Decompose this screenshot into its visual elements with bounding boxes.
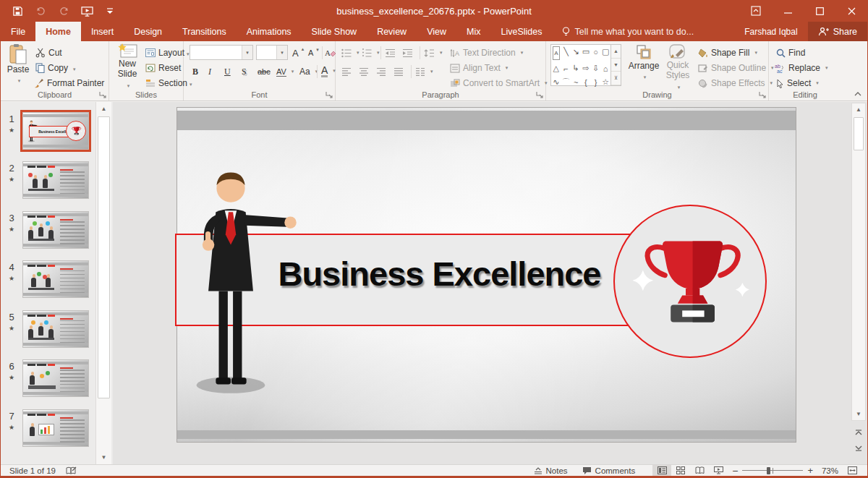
align-text-button[interactable]: Align Text (450, 61, 508, 75)
paragraph-dialog-launcher[interactable] (536, 91, 543, 98)
tell-me-box[interactable]: Tell me what you want to do... (562, 22, 694, 41)
bullets-button[interactable] (341, 46, 359, 60)
maximize-button[interactable] (804, 0, 835, 22)
grow-font-button[interactable]: A▴ (292, 46, 304, 60)
shape-fill-button[interactable]: Shape Fill (698, 46, 757, 60)
account-name[interactable]: Farshad Iqbal (734, 22, 807, 41)
tab-mix[interactable]: Mix (456, 22, 490, 41)
align-left-button[interactable] (341, 64, 352, 79)
shape-triangle[interactable]: △ (551, 61, 561, 75)
shape-line[interactable]: ╲ (561, 45, 571, 59)
slide-thumbnail-7[interactable] (22, 409, 89, 447)
trophy-circle-shape[interactable] (613, 205, 767, 358)
slide-thumbnail-4[interactable] (22, 260, 89, 298)
fit-slide-to-window-button[interactable] (843, 465, 861, 477)
font-dialog-launcher[interactable] (326, 91, 333, 98)
numbering-button[interactable] (362, 46, 380, 60)
justify-button[interactable] (393, 64, 404, 79)
slide-show-view-button[interactable] (709, 465, 728, 477)
layout-button[interactable]: Layout (145, 46, 190, 60)
spell-check-icon[interactable] (66, 466, 77, 475)
slide-1-editor[interactable]: Business Excellence (176, 107, 796, 443)
thumbnail-scroll-up[interactable]: ▲ (97, 103, 111, 115)
animation-star-icon[interactable]: ★ (9, 176, 14, 183)
previous-slide-button[interactable] (852, 426, 865, 438)
shape-elbow-arrow[interactable]: ↳ (571, 61, 581, 75)
shape-down-arrow[interactable]: ⇩ (591, 61, 601, 75)
save-icon[interactable] (11, 4, 24, 17)
tab-view[interactable]: View (417, 22, 456, 41)
scroll-down-button[interactable]: ▼ (853, 408, 864, 420)
bold-button[interactable]: B (192, 64, 198, 79)
text-shadow-button[interactable]: S (242, 64, 247, 79)
comments-toggle[interactable]: Comments (575, 465, 643, 477)
underline-button[interactable]: U (224, 64, 231, 79)
tab-file[interactable]: File (1, 22, 35, 41)
increase-indent-button[interactable] (402, 46, 413, 60)
change-case-button[interactable]: Aa (299, 64, 318, 79)
slide-title-text[interactable]: Business Excellence (250, 254, 629, 294)
shapes-gallery-scroll[interactable]: ▲ ▼ ⊻ (611, 44, 621, 86)
ribbon-display-options-icon[interactable] (740, 0, 772, 22)
arrange-button[interactable]: Arrange (627, 43, 660, 81)
replace-button[interactable]: abac Replace (775, 61, 828, 75)
thumbnail-scroll-down[interactable]: ▼ (97, 451, 111, 464)
slide-thumbnail-3[interactable] (22, 211, 89, 249)
strikethrough-button[interactable]: abc (258, 64, 271, 79)
start-slideshow-icon[interactable] (80, 4, 93, 17)
shapes-scroll-up[interactable]: ▲ (611, 45, 621, 59)
shape-right-arrow[interactable]: ⇨ (581, 61, 591, 75)
slide-thumbnail-5[interactable] (22, 310, 89, 348)
tab-design[interactable]: Design (124, 22, 172, 41)
scrollbar-thumb[interactable] (854, 117, 864, 150)
minimize-button[interactable] (772, 0, 804, 22)
shapes-gallery[interactable]: A ╲ ↘ ▭ ○ ▢ △ ⌐ ↳ ⇨ ⇩ ⌂ ∿ ⌒ ~ { } ☆ (550, 44, 611, 86)
italic-button[interactable]: I (208, 64, 211, 79)
zoom-slider[interactable] (742, 465, 803, 477)
scroll-up-button[interactable]: ▲ (853, 103, 864, 116)
convert-smartart-button[interactable]: Convert to SmartArt (450, 76, 548, 90)
vertical-scrollbar[interactable]: ▲ ▼ (851, 103, 866, 421)
tab-animations[interactable]: Animations (237, 22, 302, 41)
slide-sorter-view-button[interactable] (671, 465, 690, 477)
shape-effects-button[interactable]: Shape Effects (698, 76, 773, 90)
slide-thumbnail-1[interactable]: Business Excellence (22, 112, 89, 150)
reset-button[interactable]: Reset (145, 61, 181, 75)
animation-star-icon[interactable]: ★ (9, 325, 14, 332)
collapse-ribbon-button[interactable] (854, 91, 861, 96)
new-slide-button[interactable]: New Slide (112, 43, 142, 90)
slide-counter[interactable]: Slide 1 of 19 (9, 466, 56, 475)
shape-star[interactable]: ☆ (600, 75, 610, 89)
animation-star-icon[interactable]: ★ (9, 424, 14, 431)
undo-icon[interactable] (34, 4, 47, 17)
shrink-font-button[interactable]: A▾ (308, 46, 319, 60)
character-spacing-button[interactable]: AV (276, 64, 294, 79)
tab-transitions[interactable]: Transitions (172, 22, 237, 41)
copy-button[interactable]: Copy (35, 61, 76, 75)
normal-view-button[interactable] (652, 465, 671, 477)
font-name-combo[interactable]: ▾ (190, 45, 253, 60)
thumbnail-scrollbar-thumb[interactable] (98, 116, 110, 398)
paste-button[interactable]: Paste (5, 43, 31, 85)
shape-scribble[interactable]: ∿ (551, 75, 561, 89)
shape-arrow[interactable]: ↘ (571, 45, 581, 59)
notes-toggle[interactable]: Notes (527, 465, 575, 477)
slide-thumbnail-6[interactable] (22, 359, 89, 397)
zoom-out-button[interactable]: − (728, 465, 742, 477)
font-color-button[interactable]: A (321, 64, 336, 78)
align-right-button[interactable] (376, 64, 386, 79)
close-button[interactable] (835, 0, 867, 22)
animation-star-icon[interactable]: ★ (9, 374, 14, 381)
shape-left-brace[interactable]: { (581, 75, 591, 89)
tab-home[interactable]: Home (35, 22, 81, 41)
shapes-gallery-more[interactable]: ⊻ (611, 72, 621, 85)
tab-review[interactable]: Review (367, 22, 417, 41)
tab-liveslides[interactable]: LiveSlides (490, 22, 552, 41)
align-center-button[interactable] (359, 64, 369, 79)
clear-formatting-button[interactable]: A (325, 46, 336, 60)
shape-pentagon[interactable]: ⌂ (600, 61, 610, 75)
font-size-combo[interactable]: ▾ (256, 45, 288, 60)
quick-styles-button[interactable]: Quick Styles (662, 43, 694, 91)
shape-elbow-connector[interactable]: ⌐ (561, 61, 571, 75)
columns-button[interactable] (415, 64, 433, 79)
